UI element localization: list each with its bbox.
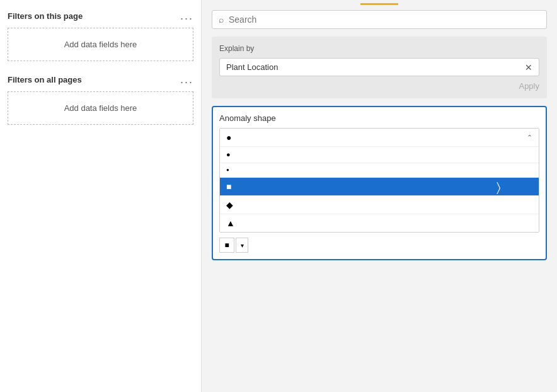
anomaly-item-diamond[interactable]: ◆ [220,196,539,214]
anomaly-shape-list: ● ⌃ ● ● ■ 〉 ◆ ▲ [219,128,539,233]
filters-on-page-menu[interactable]: ... [180,10,193,21]
filters-all-pages-title: Filters on all pages [8,75,82,84]
filters-on-page-header: Filters on this page ... [8,10,193,21]
anomaly-item-circle-large[interactable]: ● ⌃ [220,129,539,147]
cursor-indicator: 〉 [497,180,501,195]
shape-circle-medium-icon: ● [226,151,231,158]
search-icon: ⌕ [219,14,224,25]
explain-by-field: Plant Location ✕ [219,58,539,76]
search-container: ⌕ [212,10,547,29]
filters-all-pages-menu[interactable]: ... [180,74,193,85]
anomaly-shape-section: Anomaly shape ● ⌃ ● ● ■ 〉 ◆ [212,106,547,260]
filters-all-pages-header: Filters on all pages ... [8,74,193,85]
explain-by-value: Plant Location [226,62,278,72]
anomaly-item-triangle[interactable]: ▲ [220,214,539,232]
shape-square-icon: ■ [226,182,231,191]
search-input[interactable] [229,14,540,25]
anomaly-item-square[interactable]: ■ 〉 [220,178,539,196]
explain-by-label: Explain by [219,44,539,53]
selected-shape-icon: ■ [224,241,229,250]
anomaly-item-circle-small[interactable]: ● [220,163,539,178]
dropdown-icon: ▾ [241,242,244,249]
shape-circle-small-icon: ● [226,168,229,173]
explain-by-close-button[interactable]: ✕ [525,63,532,72]
apply-button[interactable]: Apply [219,81,539,91]
chevron-up-icon: ⌃ [527,134,532,142]
left-panel: Filters on this page ... Add data fields… [0,0,202,392]
add-fields-all-pages-button[interactable]: Add data fields here [8,91,193,125]
anomaly-item-circle-medium[interactable]: ● [220,147,539,163]
tab-bar [212,0,547,5]
explain-by-section: Explain by Plant Location ✕ Apply [212,37,547,98]
shape-circle-large-icon: ● [226,133,231,142]
right-panel: ⌕ Explain by Plant Location ✕ Apply Anom… [202,0,557,392]
filters-on-page-title: Filters on this page [8,11,83,21]
add-fields-page-button[interactable]: Add data fields here [8,28,193,61]
anomaly-shape-label: Anomaly shape [219,113,539,123]
shape-diamond-icon: ◆ [226,200,233,209]
shape-selector: ■ ▾ [219,238,539,253]
shape-selector-dropdown[interactable]: ▾ [236,238,248,253]
shape-triangle-icon: ▲ [226,219,235,228]
selected-shape-display[interactable]: ■ [219,238,234,253]
tab-indicator [360,3,398,5]
